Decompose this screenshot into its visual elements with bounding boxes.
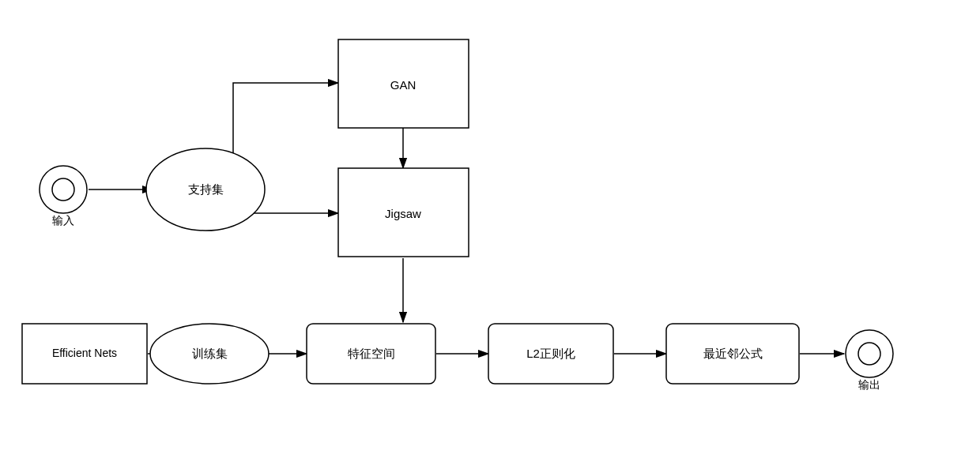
output-node-inner xyxy=(858,343,880,365)
jigsaw-label: Jigsaw xyxy=(385,207,421,220)
train-set-label: 训练集 xyxy=(192,347,228,360)
input-node-inner xyxy=(52,178,74,201)
diagram-container: 输入 支持集 GAN Jigsaw Efficient Nets 训练集 特征空… xyxy=(0,0,980,469)
support-set-label: 支持集 xyxy=(188,182,224,196)
efficient-nets-label: Efficient Nets xyxy=(52,347,117,359)
arrow-support-to-gan xyxy=(233,83,338,166)
input-label: 输入 xyxy=(52,214,74,227)
feature-space-label: 特征空间 xyxy=(348,347,395,360)
nearest-neighbor-label: 最近邻公式 xyxy=(703,347,763,360)
gan-label: GAN xyxy=(390,78,416,92)
l2-norm-label: L2正则化 xyxy=(526,347,575,360)
output-label: 输出 xyxy=(858,378,880,391)
